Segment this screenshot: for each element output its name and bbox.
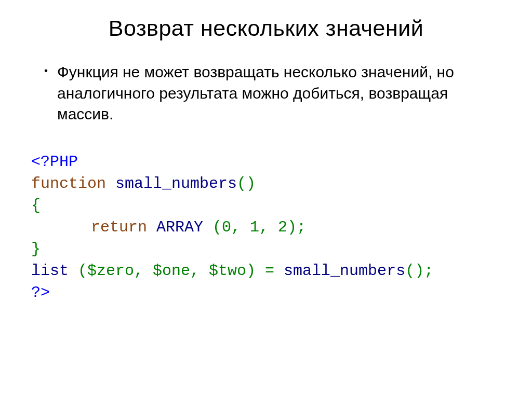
code-line-1: <?PHP xyxy=(31,151,503,173)
brace-open: { xyxy=(31,197,41,214)
kw-array: ARRAY xyxy=(147,218,212,236)
kw-list: list xyxy=(31,262,78,280)
code-line-2: function small_numbers() xyxy=(31,173,503,195)
kw-function: function xyxy=(31,175,106,193)
code-line-7: ?> xyxy=(31,282,503,304)
bullet-dot-icon: • xyxy=(44,65,48,77)
array-args: (0, 1, 2); xyxy=(212,218,306,236)
bullet-section: • Функция не может возвращать несколько … xyxy=(44,62,503,125)
php-open-tag: <?PHP xyxy=(31,153,78,171)
call-name: small_numbers xyxy=(284,262,405,280)
bullet-text: Функция не может возвращать несколько зн… xyxy=(57,62,503,125)
call-end: (); xyxy=(405,262,433,280)
code-line-5: } xyxy=(31,238,503,260)
kw-return: return xyxy=(91,218,147,236)
bullet-item: • Функция не может возвращать несколько … xyxy=(44,62,503,125)
slide-title: Возврат нескольких значений xyxy=(29,16,503,41)
code-line-4: return ARRAY (0, 1, 2); xyxy=(31,216,503,238)
code-parens: () xyxy=(237,175,256,193)
func-name: small_numbers xyxy=(106,175,237,193)
code-line-6: list ($zero, $one, $two) = small_numbers… xyxy=(31,260,503,282)
brace-close: } xyxy=(31,240,41,258)
php-close-tag: ?> xyxy=(31,284,50,301)
code-line-3: { xyxy=(31,195,503,216)
list-args: ($zero, $one, $two) = xyxy=(78,262,284,280)
code-block: <?PHP function small_numbers() { return … xyxy=(31,151,503,304)
